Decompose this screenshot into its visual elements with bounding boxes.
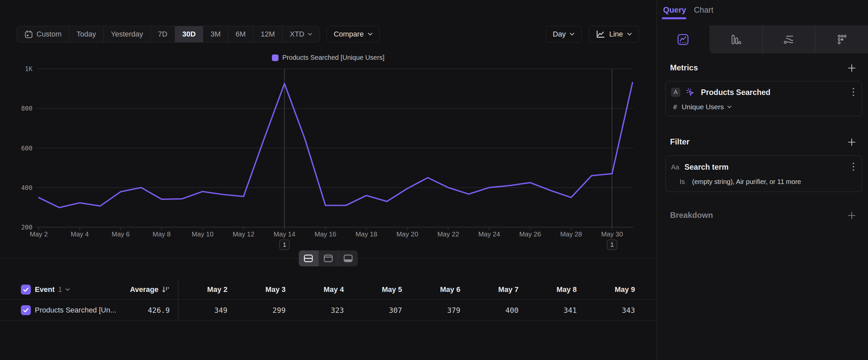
report-tab-funnels[interactable] [710, 25, 762, 53]
analytics-app: CustomTodayYesterday7D30D3M6M12MXTD Comp… [0, 0, 868, 360]
column-divider [178, 280, 178, 321]
event-label: Event [35, 285, 55, 294]
breakdown-table: Event 1 Average May 2May 3May 4May 5May … [0, 280, 656, 321]
property-type-badge: Aa [671, 163, 679, 171]
filter-operator: Is [680, 178, 685, 186]
x-axis-tick-label: May 14 [274, 230, 296, 238]
plus-icon [847, 211, 857, 220]
x-axis-tick-label: May 22 [437, 230, 459, 238]
add-metric-button[interactable] [846, 62, 858, 74]
row-event-name: Products Searched [Un... [35, 306, 116, 314]
metric-card[interactable]: A Products Searched # Unique Users [665, 81, 862, 116]
main-panel: CustomTodayYesterday7D30D3M6M12MXTD Comp… [0, 0, 656, 360]
y-axis-tick-label: 200 [21, 223, 32, 231]
tab-query[interactable]: Query [663, 5, 686, 15]
x-axis-tick-label: May 12 [233, 230, 255, 238]
filter-card[interactable]: Aa Search term Is (empty string), Air pu… [665, 156, 862, 192]
y-axis-tick-label: 600 [21, 144, 32, 152]
date-column-header[interactable]: May 2 [175, 285, 227, 294]
report-type-tabs [657, 25, 868, 53]
table-header-row: Event 1 Average May 2May 3May 4May 5May … [0, 280, 656, 300]
layout-toggle [299, 250, 358, 266]
event-count: 1 [58, 285, 62, 294]
x-axis-tick-label: May 4 [71, 230, 89, 238]
date-column-header[interactable]: May 6 [407, 285, 460, 294]
row-average-value: 426.9 [117, 306, 170, 314]
filter-value[interactable]: (empty string), Air purifier, or 11 more [692, 178, 801, 186]
filter-property-name: Search term [684, 163, 728, 172]
date-column-header[interactable]: May 4 [291, 285, 344, 294]
x-axis-tick-label: May 10 [192, 230, 214, 238]
x-axis-tick-label: May 24 [478, 230, 500, 238]
check-icon [23, 308, 29, 312]
filter-heading: Filter [670, 137, 690, 146]
metric-letter-badge: A [671, 88, 680, 97]
funnel-bars-icon [730, 33, 742, 46]
report-tab-flows[interactable] [762, 25, 815, 53]
report-tab-retention[interactable] [815, 25, 868, 53]
date-cell-value: 323 [291, 306, 344, 314]
y-axis-tick-label: 400 [21, 184, 32, 191]
retention-dots-icon [836, 33, 848, 46]
flows-icon [782, 33, 795, 46]
annotation-badge-label: 1 [283, 241, 286, 248]
sort-icon [161, 285, 170, 294]
date-column-header[interactable]: May 5 [349, 285, 402, 294]
query-sidebar: Query Chart Metrics A Produc [656, 0, 868, 360]
aggregation-selector[interactable]: Unique Users [682, 103, 732, 111]
date-column-header[interactable]: May 3 [233, 285, 286, 294]
average-column-header[interactable]: Average [110, 285, 170, 294]
x-axis-tick-label: May 30 [601, 230, 623, 238]
check-icon [23, 287, 29, 292]
annotation-badge-label: 1 [610, 241, 614, 248]
add-breakdown-button[interactable] [846, 210, 858, 221]
date-cell-value: 379 [407, 306, 460, 314]
table-row[interactable]: Products Searched [Un... 426.9 349299323… [0, 300, 656, 321]
average-label: Average [130, 285, 158, 294]
y-axis-tick-label: 1K [25, 65, 32, 73]
layout-chart-only-button[interactable] [318, 250, 338, 266]
breakdown-heading: Breakdown [670, 211, 713, 220]
layout-chart-only-icon [323, 254, 333, 263]
x-axis-tick-label: May 2 [30, 230, 48, 238]
filter-options-button[interactable] [850, 161, 857, 174]
date-cell-value: 299 [233, 306, 286, 314]
x-axis-tick-label: May 16 [315, 230, 337, 238]
layout-table-only-icon [343, 254, 353, 263]
aggregation-label: Unique Users [682, 103, 724, 111]
event-column-header[interactable]: Event 1 [35, 285, 70, 294]
x-axis-tick-label: May 28 [560, 230, 582, 238]
metrics-heading: Metrics [670, 63, 698, 73]
aggregation-type-symbol: # [673, 103, 677, 111]
date-cell-value: 341 [524, 306, 577, 314]
select-all-checkbox[interactable] [21, 285, 31, 295]
date-column-header[interactable]: May 8 [524, 285, 577, 294]
report-tab-insights[interactable] [657, 25, 710, 53]
kebab-icon [852, 162, 855, 171]
chevron-down-icon [65, 288, 70, 291]
date-column-header[interactable]: May 9 [582, 285, 635, 294]
plus-icon [847, 63, 857, 73]
series-line-products-searched[interactable] [39, 83, 632, 207]
date-column-header[interactable]: May 7 [465, 285, 519, 294]
layout-split-icon [303, 254, 313, 263]
active-tab-underline [662, 17, 686, 19]
layout-table-only-button[interactable] [338, 250, 358, 266]
add-filter-button[interactable] [846, 137, 858, 148]
tab-chart[interactable]: Chart [694, 5, 713, 15]
row-checkbox[interactable] [21, 305, 31, 315]
date-cell-value: 400 [465, 306, 519, 314]
insights-icon [677, 33, 689, 46]
date-cell-value: 349 [175, 306, 227, 314]
date-cell-value: 343 [582, 306, 635, 314]
x-axis-tick-label: May 18 [355, 230, 377, 238]
x-axis-tick-label: May 26 [519, 230, 541, 238]
layout-split-button[interactable] [299, 250, 318, 266]
metric-name: Products Searched [701, 88, 771, 97]
line-chart[interactable]: 2004006008001KMay 2May 4May 6May 8May 10… [0, 0, 656, 256]
chevron-down-icon [727, 106, 732, 109]
y-axis-tick-label: 800 [21, 105, 32, 112]
event-click-icon [685, 87, 695, 98]
x-axis-tick-label: May 20 [397, 230, 418, 238]
metric-options-button[interactable] [850, 86, 857, 99]
